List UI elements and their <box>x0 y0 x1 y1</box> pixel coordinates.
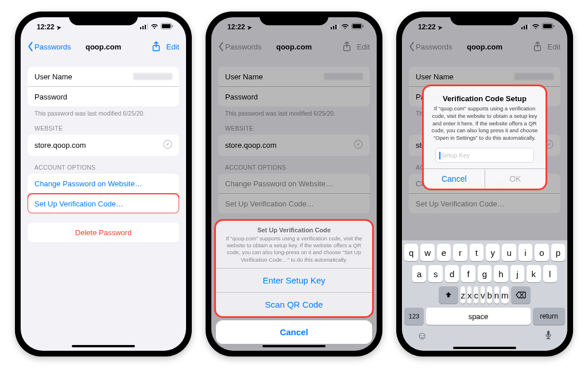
svg-rect-15 <box>363 25 364 28</box>
keyboard-row-3: zxcvbnm <box>404 286 565 304</box>
account-options-header: ACCOUNT OPTIONS <box>28 156 179 174</box>
space-key[interactable]: space <box>426 308 531 325</box>
key-b[interactable]: b <box>487 286 492 304</box>
keyboard-row-2: asdfghjkl <box>404 265 565 282</box>
svg-rect-10 <box>333 26 334 29</box>
battery-icon <box>542 23 555 31</box>
key-e[interactable]: e <box>437 244 451 261</box>
scan-qr-code-button[interactable]: Scan QR Code <box>216 293 372 316</box>
status-time: 12:22 <box>418 23 436 31</box>
change-password-label: Change Password on Website… <box>34 179 142 188</box>
key-x[interactable]: x <box>467 286 472 304</box>
key-g[interactable]: g <box>478 265 492 282</box>
backspace-key[interactable] <box>511 286 531 304</box>
action-sheet-panel: Set Up Verification Code If “qoop.com” s… <box>216 221 372 316</box>
key-h[interactable]: h <box>494 265 508 282</box>
action-sheet-title: Set Up Verification Code <box>224 227 364 233</box>
delete-password-label: Delete Password <box>75 228 131 237</box>
website-row[interactable]: store.qoop.com <box>28 135 179 156</box>
enter-setup-key-button[interactable]: Enter Setup Key <box>216 269 372 293</box>
svg-rect-12 <box>338 24 339 29</box>
key-i[interactable]: i <box>519 244 532 261</box>
account-options-group: Change Password on Website… Set Up Verif… <box>28 174 179 213</box>
key-p[interactable]: p <box>551 244 565 261</box>
credentials-group: User Name Password <box>28 67 179 106</box>
share-button[interactable] <box>152 41 161 52</box>
key-z[interactable]: z <box>461 286 465 304</box>
battery-icon <box>161 23 173 31</box>
home-indicator[interactable] <box>72 345 135 347</box>
home-indicator[interactable] <box>262 345 326 347</box>
svg-rect-23 <box>543 24 552 28</box>
key-c[interactable]: c <box>474 286 478 304</box>
key-d[interactable]: d <box>445 265 459 282</box>
keyboard-row-4: 123 space return <box>404 308 565 325</box>
key-l[interactable]: l <box>543 265 557 282</box>
screen-3: 12:22 ➤ Passwords qoop.com Edit User Nam… <box>402 17 567 351</box>
website-value: store.qoop.com <box>34 141 86 150</box>
last-modified-note: This password was last modified 6/25/20. <box>28 106 179 117</box>
status-time: 12:22 <box>227 23 245 31</box>
key-s[interactable]: s <box>428 265 442 282</box>
setup-key-placeholder: Setup Key <box>441 152 470 159</box>
edit-button[interactable]: Edit <box>167 43 179 51</box>
cellular-signal-icon <box>521 23 529 31</box>
delete-password-button[interactable]: Delete Password <box>28 223 179 242</box>
svg-rect-27 <box>547 331 550 336</box>
key-a[interactable]: a <box>412 265 426 282</box>
svg-rect-2 <box>145 25 146 29</box>
svg-rect-1 <box>142 26 144 29</box>
key-y[interactable]: y <box>486 244 500 261</box>
key-q[interactable]: q <box>404 244 418 261</box>
emoji-key[interactable]: ☺ <box>417 330 427 343</box>
dictation-key[interactable] <box>544 330 552 343</box>
location-arrow-icon: ➤ <box>246 24 252 30</box>
svg-rect-19 <box>524 26 525 29</box>
alert-cancel-button[interactable]: Cancel <box>424 169 485 189</box>
location-arrow-icon: ➤ <box>437 24 443 30</box>
action-sheet-description: If “qoop.com” supports using a verificat… <box>224 235 364 263</box>
action-sheet-header: Set Up Verification Code If “qoop.com” s… <box>216 221 372 269</box>
key-v[interactable]: v <box>481 286 485 304</box>
numbers-key[interactable]: 123 <box>404 308 424 325</box>
key-n[interactable]: n <box>494 286 499 304</box>
location-arrow-icon: ➤ <box>56 24 61 30</box>
svg-rect-18 <box>521 27 523 29</box>
safari-icon[interactable] <box>163 140 172 151</box>
key-t[interactable]: t <box>470 244 483 261</box>
website-header: WEBSITE <box>28 117 179 135</box>
nav-bar: Passwords qoop.com Edit <box>21 37 186 56</box>
keyboard-row-1: qwertyuiop <box>404 244 565 261</box>
shift-key[interactable] <box>439 286 458 304</box>
status-time: 12:22 <box>37 23 55 31</box>
action-sheet-cancel-button[interactable]: Cancel <box>216 320 372 344</box>
back-button[interactable]: Passwords <box>28 42 71 51</box>
setup-verification-code-row[interactable]: Set Up Verification Code… <box>28 194 179 213</box>
key-k[interactable]: k <box>527 265 540 282</box>
svg-rect-11 <box>335 25 336 29</box>
alert-ok-button[interactable]: OK <box>485 169 546 189</box>
key-u[interactable]: u <box>502 244 516 261</box>
password-label: Password <box>34 93 67 101</box>
change-password-row[interactable]: Change Password on Website… <box>28 174 179 194</box>
cellular-signal-icon <box>331 23 339 31</box>
svg-rect-6 <box>172 25 173 28</box>
username-row[interactable]: User Name <box>28 67 179 87</box>
home-indicator[interactable] <box>453 347 516 349</box>
key-w[interactable]: w <box>420 244 434 261</box>
svg-rect-24 <box>554 25 555 28</box>
svg-rect-3 <box>147 24 148 29</box>
setup-key-input[interactable]: Setup Key <box>435 148 534 163</box>
verification-alert: Verification Code Setup If “qoop.com” su… <box>424 86 546 189</box>
website-group: store.qoop.com <box>28 135 179 156</box>
return-key[interactable]: return <box>533 308 565 325</box>
key-m[interactable]: m <box>501 286 509 304</box>
notch <box>69 12 138 25</box>
svg-rect-9 <box>331 27 332 29</box>
password-row[interactable]: Password <box>28 87 179 106</box>
key-f[interactable]: f <box>461 265 475 282</box>
device-frame-2: 12:22 ➤ Passwords qoop.com Edit <box>206 12 382 356</box>
key-j[interactable]: j <box>510 265 524 282</box>
key-o[interactable]: o <box>535 244 548 261</box>
key-r[interactable]: r <box>453 244 467 261</box>
